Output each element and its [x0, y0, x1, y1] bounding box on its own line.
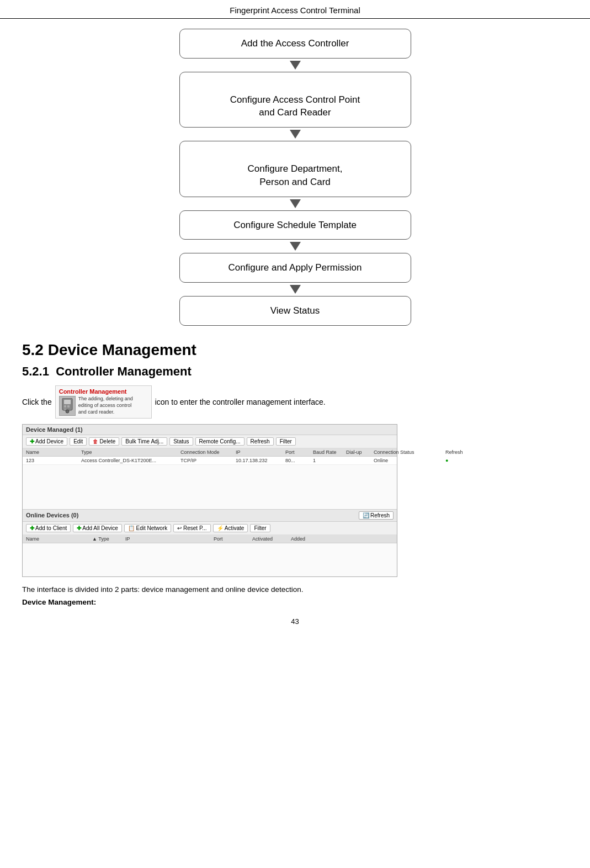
body-text-bold: Device Management: — [22, 598, 568, 606]
flow-arrow-4 — [290, 242, 301, 251]
dm-col-refresh: Refresh — [445, 449, 479, 455]
dm-empty-area2 — [23, 543, 397, 576]
dm-cell-refresh: ● — [445, 458, 479, 463]
dm-status-btn[interactable]: Status — [169, 437, 193, 446]
controller-icon-title: Controller Management — [59, 388, 127, 395]
icon-intro-row: Click the Controller Management The addi — [22, 385, 568, 419]
click-the-text: Click the — [22, 398, 52, 406]
dm-online-devices-label: Online Devices (0) — [26, 512, 78, 518]
dm2-col-name: Name — [26, 536, 92, 542]
dm-col-port: Port — [285, 449, 313, 455]
dm-delete-btn[interactable]: 🗑 Delete — [89, 437, 119, 446]
dm-col-status: Connection Status — [374, 449, 445, 455]
table-row[interactable]: 123 Access Controller_DS-K1T200E... TCP/… — [23, 457, 397, 465]
dm-col-dialup: Dial-up — [346, 449, 374, 455]
dm-cell-conn: TCP/IP — [180, 458, 236, 463]
dm-cell-status: Online — [374, 458, 445, 463]
dm-cell-name: 123 — [26, 458, 81, 463]
dm-activate-btn[interactable]: ⚡ Activate — [213, 524, 248, 532]
flow-arrow-3 — [290, 199, 301, 208]
dm2-col-ip: IP — [125, 536, 214, 542]
body-text: The interface is divided into 2 parts: d… — [22, 584, 568, 596]
dm-table-header: Name Type Connection Mode IP Port Baud R… — [23, 448, 397, 457]
device-mgmt-screenshot: Device Managed (1) ✚ Add Device Edit 🗑 D… — [22, 424, 397, 577]
page-header-title: Fingerprint Access Control Terminal — [230, 6, 360, 15]
dm-online-refresh-btn[interactable]: 🔄 Refresh — [359, 511, 394, 520]
dm-add-device-btn[interactable]: ✚ Add Device — [26, 437, 67, 446]
dm-empty-area — [23, 465, 397, 509]
svg-point-5 — [66, 410, 69, 413]
controller-icon-body: The adding, deleting and editing of acce… — [59, 396, 133, 416]
dm-col-type: Type — [81, 449, 180, 455]
dm-add-all-device-btn[interactable]: ✚ Add All Device — [73, 524, 121, 532]
controller-icon-box[interactable]: Controller Management The adding, deleti… — [55, 385, 152, 419]
svg-rect-2 — [64, 405, 66, 407]
flow-box-2: Configure Access Control Point and Card … — [179, 72, 411, 128]
dm2-col-activated: Activated — [252, 536, 291, 542]
flow-box-4: Configure Schedule Template — [179, 210, 411, 240]
dm-cell-ip: 10.17.138.232 — [236, 458, 285, 463]
dm-filter2-btn[interactable]: Filter — [250, 524, 270, 532]
dm-cell-dialup — [346, 458, 374, 463]
page-number: 43 — [0, 617, 590, 631]
svg-rect-3 — [67, 405, 70, 407]
dm-cell-port: 80... — [285, 458, 313, 463]
dm-reset-p-btn[interactable]: ↩ Reset P... — [173, 524, 210, 532]
dm-filter-btn[interactable]: Filter — [276, 437, 296, 446]
dm-top-bar: Device Managed (1) — [23, 425, 397, 435]
dm-toolbar[interactable]: ✚ Add Device Edit 🗑 Delete Bulk Time Adj… — [23, 435, 397, 448]
dm-add-to-client-btn[interactable]: ✚ Add to Client — [26, 524, 71, 532]
section-521-title: 5.2.1 Controller Management — [22, 364, 568, 379]
section-52-title: 5.2 Device Management — [22, 341, 568, 359]
dm2-col-port: Port — [214, 536, 252, 542]
dm-cell-type: Access Controller_DS-K1T200E... — [81, 458, 180, 463]
dm2-col-added: Added — [291, 536, 335, 542]
content-area: Click the Controller Management The addi — [22, 385, 568, 606]
flow-arrow-1 — [290, 61, 301, 70]
dm-col-conn: Connection Mode — [180, 449, 236, 455]
flow-box-3: Configure Department, Person and Card — [179, 141, 411, 197]
page-header: Fingerprint Access Control Terminal — [0, 0, 590, 19]
dm-col-name: Name — [26, 449, 81, 455]
svg-rect-4 — [64, 409, 66, 410]
flow-arrow-2 — [290, 130, 301, 139]
flow-box-6: View Status — [179, 296, 411, 326]
flow-arrow-5 — [290, 285, 301, 294]
after-icon-text: icon to enter the controller management … — [155, 398, 326, 406]
svg-rect-1 — [64, 400, 71, 404]
dm-table2-header: Name ▲ Type IP Port Activated Added — [23, 535, 397, 543]
dm-cell-baud: 1 — [313, 458, 346, 463]
flow-box-5: Configure and Apply Permission — [179, 253, 411, 283]
controller-icon-image — [59, 396, 76, 416]
flowchart: Add the Access Controller Configure Acce… — [130, 29, 461, 326]
dm2-col-type: ▲ Type — [92, 536, 125, 542]
dm-section2-bar: Online Devices (0) 🔄 Refresh — [23, 509, 397, 522]
dm-col-ip: IP — [236, 449, 285, 455]
dm-edit-network-btn[interactable]: 📋 Edit Network — [124, 524, 171, 532]
controller-icon-desc: The adding, deleting and editing of acce… — [78, 396, 133, 415]
dm-section2-toolbar[interactable]: ✚ Add to Client ✚ Add All Device 📋 Edit … — [23, 522, 397, 535]
dm-refresh-btn[interactable]: Refresh — [247, 437, 274, 446]
dm-bulk-time-btn[interactable]: Bulk Time Adj... — [121, 437, 167, 446]
dm-remote-config-btn[interactable]: Remote Config... — [195, 437, 244, 446]
flow-box-1: Add the Access Controller — [179, 29, 411, 59]
dm-edit-btn[interactable]: Edit — [70, 437, 87, 446]
dm-col-baud: Baud Rate — [313, 449, 346, 455]
